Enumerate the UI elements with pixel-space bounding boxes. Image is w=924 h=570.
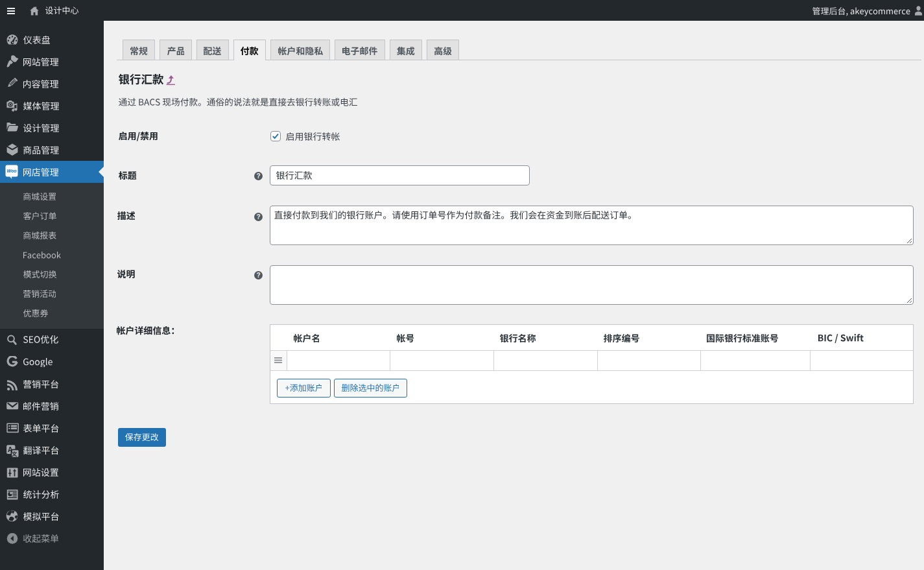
svg-text:Woo: Woo [6,169,17,173]
